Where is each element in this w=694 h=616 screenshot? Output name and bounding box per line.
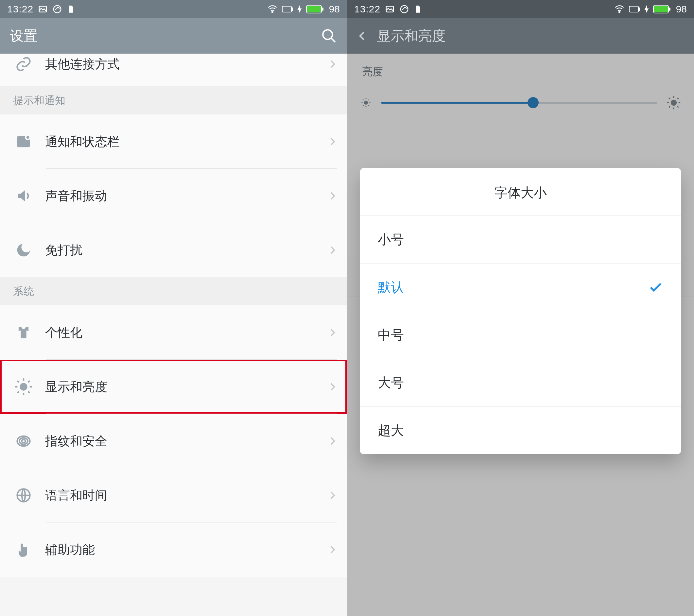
notification-panel-icon [13, 131, 34, 152]
chevron-right-icon [327, 134, 337, 149]
chevron-right-icon [327, 57, 337, 71]
battery-outline-icon [282, 5, 293, 13]
list-item-personalize[interactable]: 个性化 [0, 305, 347, 360]
app-bar: 显示和亮度 [347, 18, 694, 54]
list-item-label: 显示和亮度 [45, 379, 327, 395]
picture-icon [38, 4, 48, 14]
hand-icon [13, 539, 34, 560]
list-item-label: 辅助功能 [45, 541, 327, 558]
check-icon [648, 280, 663, 295]
app-bar: 设置 [0, 18, 347, 54]
option-label: 中号 [378, 326, 663, 344]
list-item-fingerprint-security[interactable]: 指纹和安全 [0, 414, 347, 468]
svg-rect-4 [292, 8, 293, 11]
status-bar: 13:22 98 [347, 0, 694, 18]
page-title: 显示和亮度 [377, 27, 446, 45]
cloud-icon [399, 4, 409, 14]
battery-icon [306, 5, 324, 13]
option-label: 超大 [378, 422, 663, 440]
list-item-language-time[interactable]: 语言和时间 [0, 468, 347, 522]
list-item-accessibility[interactable]: 辅助功能 [0, 522, 347, 577]
cloud-icon [52, 4, 62, 14]
dialog-title: 字体大小 [360, 168, 681, 216]
section-header-system: 系统 [0, 277, 347, 305]
search-icon[interactable] [321, 28, 337, 44]
svg-rect-19 [629, 6, 638, 12]
battery-icon [653, 5, 671, 13]
chevron-right-icon [327, 325, 337, 340]
wifi-icon [614, 4, 625, 14]
speaker-icon [13, 185, 34, 206]
shirt-icon [13, 322, 34, 343]
svg-rect-7 [322, 7, 324, 11]
svg-point-11 [20, 383, 27, 390]
chevron-right-icon [327, 434, 337, 448]
svg-point-13 [19, 438, 28, 444]
svg-rect-23 [669, 7, 671, 11]
option-label: 默认 [378, 278, 648, 296]
picture-icon [385, 4, 395, 14]
phone-screenshot-settings: 13:22 [0, 0, 347, 616]
list-item-dnd[interactable]: 免打扰 [0, 223, 347, 277]
list-item-sound[interactable]: 声音和振动 [0, 169, 347, 223]
chevron-right-icon [327, 189, 337, 203]
chevron-right-icon [327, 243, 337, 257]
font-option-large[interactable]: 大号 [360, 359, 681, 406]
status-bar: 13:22 [0, 0, 347, 18]
svg-rect-6 [307, 6, 321, 13]
status-time: 13:22 [7, 4, 33, 15]
battery-percentage: 98 [329, 4, 340, 15]
font-option-medium[interactable]: 中号 [360, 311, 681, 359]
svg-point-8 [323, 30, 332, 39]
svg-point-2 [272, 12, 273, 13]
list-item-label: 免打扰 [45, 242, 327, 259]
status-time: 13:22 [354, 4, 380, 15]
charging-icon [297, 5, 302, 13]
settings-scroll-content[interactable]: 其他连接方式 提示和通知 通知和状态栏 [0, 54, 347, 616]
svg-rect-22 [654, 6, 668, 13]
list-item-label: 通知和状态栏 [45, 133, 327, 150]
sun-icon [13, 376, 34, 397]
list-item-label: 语言和时间 [45, 487, 327, 504]
battery-outline-icon [629, 5, 640, 13]
list-item-label: 声音和振动 [45, 188, 327, 204]
moon-icon [13, 240, 34, 261]
battery-percentage: 98 [676, 4, 687, 15]
list-item-other-connections[interactable]: 其他连接方式 [0, 54, 347, 86]
svg-point-18 [619, 12, 620, 13]
svg-point-10 [26, 135, 30, 139]
chevron-right-icon [327, 379, 337, 394]
fingerprint-icon [13, 431, 34, 451]
svg-rect-3 [282, 6, 291, 12]
svg-rect-20 [639, 8, 640, 11]
chevron-right-icon [327, 488, 337, 503]
option-label: 小号 [378, 230, 663, 248]
list-item-label: 指纹和安全 [45, 433, 327, 450]
list-item-notifications[interactable]: 通知和状态栏 [0, 114, 347, 169]
list-item-label: 个性化 [45, 324, 327, 341]
sim-icon [414, 4, 422, 14]
charging-icon [644, 5, 649, 13]
option-label: 大号 [378, 374, 663, 392]
phone-screenshot-display: 13:22 98 显示和亮度 亮度 [347, 0, 694, 616]
list-item-display-brightness[interactable]: 显示和亮度 [0, 360, 347, 414]
font-option-small[interactable]: 小号 [360, 216, 681, 263]
font-option-xlarge[interactable]: 超大 [360, 406, 681, 454]
list-item-label: 其他连接方式 [45, 56, 327, 73]
back-button[interactable] [357, 28, 368, 44]
link-icon [13, 54, 34, 75]
page-title: 设置 [10, 27, 37, 45]
chevron-right-icon [327, 542, 337, 557]
section-header-notifications: 提示和通知 [0, 86, 347, 114]
font-option-default[interactable]: 默认 [360, 263, 681, 311]
globe-icon [13, 485, 34, 506]
sim-icon [67, 4, 75, 14]
font-size-dialog: 字体大小 小号 默认 中号 大号 超大 [360, 168, 681, 454]
svg-point-14 [22, 440, 26, 443]
wifi-icon [267, 4, 278, 14]
